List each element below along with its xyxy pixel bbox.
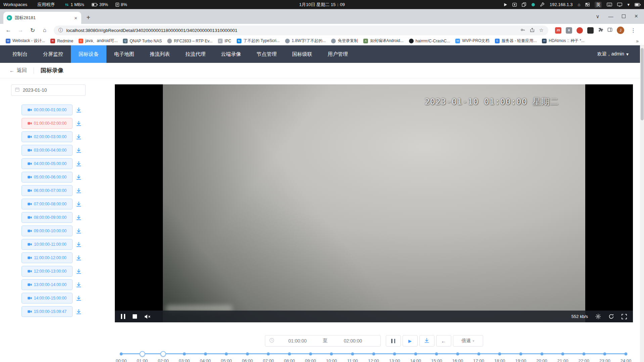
timeline-tick-0[interactable]	[120, 352, 123, 355]
segment-download-icon-11[interactable]	[76, 255, 82, 261]
segment-chip-6[interactable]: 06:00:00-07:00:00	[21, 185, 73, 196]
segment-chip-2[interactable]: 02:00:00-03:00:00	[21, 131, 73, 142]
nav-item-9[interactable]: 用户管理	[320, 45, 356, 63]
close-window-button[interactable]: ×	[634, 13, 638, 20]
nav-item-7[interactable]: 节点管理	[249, 45, 284, 63]
segment-download-icon-2[interactable]	[76, 134, 82, 140]
clock[interactable]: 1月10日 星期二 15：09	[299, 2, 345, 8]
bookmark-item-7[interactable]: 1.8W字!了不起的...	[283, 37, 328, 44]
timeline-tick-20[interactable]	[540, 352, 543, 355]
timeline-handle-0[interactable]	[139, 351, 145, 357]
mute-icon[interactable]	[144, 314, 151, 319]
address-bar[interactable]: ⓘ localhost:38080/#/gbRecordDetail/34020…	[54, 26, 548, 35]
bookmark-item-13[interactable]: HHDAtmos :: 种子 *...	[540, 37, 587, 44]
bookmark-item-2[interactable]: Cjava、android可...	[76, 37, 120, 44]
segment-download-icon-7[interactable]	[76, 201, 82, 207]
segment-download-icon-6[interactable]	[76, 188, 82, 194]
segment-chip-4[interactable]: 04:00:00-05:00:00	[21, 158, 73, 169]
display-icon[interactable]	[617, 3, 622, 7]
screenshot-icon[interactable]	[512, 3, 517, 7]
settings-gear-icon[interactable]	[595, 314, 601, 319]
segment-chip-12[interactable]: 12:00:00-13:00:00	[21, 266, 73, 277]
extensions-puzzle-icon[interactable]	[598, 27, 603, 34]
segment-download-icon-12[interactable]	[76, 269, 82, 274]
nav-item-2[interactable]: 国标设备	[71, 45, 106, 63]
applications-button[interactable]: 应用程序	[37, 2, 55, 8]
timeline-tick-3[interactable]	[183, 352, 186, 355]
nav-item-1[interactable]: 分屏监控	[35, 45, 71, 63]
segment-download-icon-5[interactable]	[76, 174, 82, 180]
timeline-slider[interactable]: 00:0001:0002:0003:0004:0005:0006:0007:00…	[121, 351, 626, 362]
bookmark-item-4[interactable]: RFC2833 – RTP Ev...	[165, 38, 215, 44]
password-key-icon[interactable]	[520, 28, 525, 33]
segment-download-icon-1[interactable]	[76, 121, 82, 126]
back-link[interactable]: ← 返回	[9, 67, 27, 74]
side-panel-icon[interactable]	[607, 27, 612, 34]
timeline-tick-16[interactable]	[456, 352, 459, 355]
ip-address[interactable]: 192.168.1.3	[550, 2, 573, 7]
start-time-value[interactable]: 01:00:00	[274, 338, 321, 344]
bookmark-item-10[interactable]: hairrrrr/C-CrashC...	[407, 38, 453, 44]
bookmark-item-3[interactable]: QQNAP Turbo NAS	[121, 38, 164, 44]
timeline-handle-1[interactable]	[160, 351, 166, 357]
segment-chip-14[interactable]: 14:00:00-15:00:00	[21, 293, 73, 304]
segment-chip-3[interactable]: 03:00:00-04:00:00	[21, 145, 73, 156]
tab-close-icon[interactable]: ×	[74, 15, 78, 21]
segment-download-icon-3[interactable]	[76, 148, 82, 153]
segment-download-icon-4[interactable]	[76, 161, 82, 167]
pause-button[interactable]	[386, 335, 401, 347]
nav-item-0[interactable]: 控制台	[5, 45, 35, 63]
browser-tab[interactable]: ▶ 国标28181 ×	[3, 12, 81, 24]
speed-button[interactable]: 倍速 ▾	[453, 335, 483, 347]
nav-item-5[interactable]: 拉流代理	[178, 45, 213, 63]
timeline-tick-9[interactable]	[309, 352, 312, 355]
timeline-tick-10[interactable]	[330, 352, 333, 355]
site-info-icon[interactable]: ⓘ	[58, 27, 63, 33]
segment-chip-9[interactable]: 09:00:00-10:00:00	[21, 226, 73, 236]
refresh-icon[interactable]	[608, 314, 614, 319]
segment-download-icon-15[interactable]	[76, 309, 82, 315]
chevron-down-icon[interactable]: ▾	[627, 2, 630, 7]
bookmark-item-11[interactable]: WWVP-PRO文档	[453, 37, 492, 44]
bookmark-item-12[interactable]: 云服务器 - 轻量应用...	[493, 37, 539, 44]
tools-icon[interactable]	[540, 2, 545, 7]
bookmark-item-5[interactable]: ▸IPC	[216, 38, 234, 44]
user-menu[interactable]: 欢迎，admin ▾	[597, 51, 629, 57]
time-range-input[interactable]: 01:00:00 至 02:00:00	[265, 335, 381, 347]
segment-download-icon-0[interactable]	[76, 107, 82, 113]
nav-item-4[interactable]: 推流列表	[142, 45, 178, 63]
tab-search-icon[interactable]: ∨	[596, 13, 600, 19]
timeline-tick-15[interactable]	[435, 352, 438, 355]
new-tab-button[interactable]: +	[83, 12, 93, 23]
segment-chip-0[interactable]: 00:00:00-01:00:00	[21, 105, 73, 115]
timeline-tick-11[interactable]	[351, 352, 354, 355]
segment-chip-5[interactable]: 05:00:00-06:00:00	[21, 172, 73, 183]
skip-to-start-button[interactable]: ←	[436, 335, 451, 347]
extension-dark-icon[interactable]	[587, 27, 594, 34]
maximize-button[interactable]	[622, 14, 626, 18]
segment-download-icon-14[interactable]	[76, 295, 82, 301]
profile-avatar[interactable]: J	[617, 27, 624, 34]
video-player[interactable]: 2023-01-10 01:00:00 星期二 552 kb/s	[115, 84, 633, 322]
timeline-tick-23[interactable]	[603, 352, 606, 355]
bookmark-star-icon[interactable]: ☆	[539, 27, 544, 33]
scrollbar-thumb[interactable]	[641, 48, 644, 120]
timeline-tick-19[interactable]	[519, 352, 522, 355]
date-picker[interactable]: 2023-01-10	[11, 84, 86, 96]
reload-button[interactable]: ↻	[28, 27, 38, 34]
play-button[interactable]: ▶	[403, 335, 418, 347]
timeline-tick-17[interactable]	[477, 352, 480, 355]
bookmark-item-1[interactable]: RRedmine	[48, 38, 76, 44]
nav-item-3[interactable]: 电子地图	[106, 45, 142, 63]
timeline-tick-7[interactable]	[267, 352, 270, 355]
fullscreen-icon[interactable]	[622, 314, 627, 319]
segment-chip-13[interactable]: 13:00:00-14:00:00	[21, 279, 73, 290]
segment-download-icon-10[interactable]	[76, 242, 82, 247]
keyboard-icon[interactable]	[607, 3, 612, 6]
media-play-icon[interactable]	[504, 3, 507, 7]
pause-icon[interactable]	[121, 314, 125, 319]
segment-download-icon-13[interactable]	[76, 282, 82, 288]
forward-button[interactable]: →	[15, 27, 26, 34]
timeline-tick-8[interactable]	[288, 352, 291, 355]
url-text[interactable]: localhost:38080/#/gbRecordDetail/3402000…	[66, 28, 517, 33]
